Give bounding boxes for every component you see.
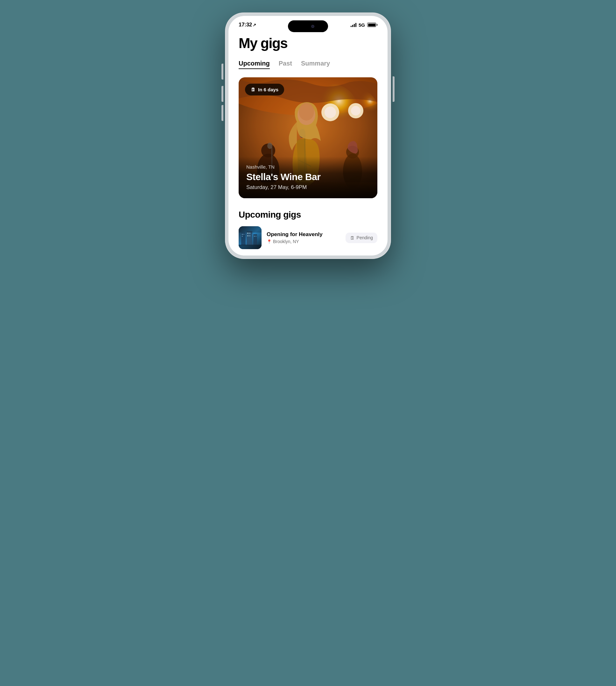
hero-card[interactable]: 🗓 In 6 days Nashville, TN Stella's Wine …	[239, 77, 377, 198]
app-content: My gigs Upcoming Past Summary	[228, 30, 388, 256]
gig-status-text: Pending	[357, 235, 373, 240]
svg-rect-30	[249, 233, 250, 234]
dynamic-island	[288, 20, 328, 32]
signal-bar-4	[355, 23, 356, 27]
hero-badge-text: In 6 days	[258, 87, 279, 92]
gig-thumbnail-image	[239, 226, 262, 249]
gig-thumbnail	[239, 226, 262, 249]
camera-dot	[311, 25, 314, 28]
battery-indicator	[367, 23, 377, 27]
status-calendar-icon: 🗓	[350, 235, 355, 241]
phone-screen: 17:32↗ 5G	[228, 16, 388, 256]
network-type: 5G	[358, 22, 365, 28]
gig-details: Opening for Heavenly 📍 Brooklyn, NY	[267, 231, 340, 244]
status-time: 17:32↗	[239, 22, 256, 28]
gig-list-item[interactable]: Opening for Heavenly 📍 Brooklyn, NY 🗓 Pe…	[239, 226, 377, 256]
signal-bars-icon	[351, 23, 356, 27]
hero-info: Nashville, TN Stella's Wine Bar Saturday…	[239, 157, 377, 198]
page-title: My gigs	[239, 36, 377, 51]
tab-upcoming[interactable]: Upcoming	[239, 60, 270, 69]
battery-body	[367, 23, 376, 27]
gig-name: Opening for Heavenly	[267, 231, 340, 238]
svg-rect-37	[239, 245, 262, 249]
hero-date: Saturday, 27 May, 6-9PM	[246, 184, 370, 191]
gig-status-badge: 🗓 Pending	[346, 233, 377, 243]
svg-rect-36	[239, 226, 262, 233]
phone-frame: 17:32↗ 5G	[225, 13, 391, 259]
location-arrow-icon: ↗	[252, 23, 256, 27]
location-pin-icon: 📍	[267, 239, 272, 244]
svg-rect-26	[243, 234, 244, 235]
signal-bar-3	[354, 24, 355, 27]
hero-badge: 🗓 In 6 days	[245, 84, 284, 95]
calendar-badge-icon: 🗓	[251, 87, 256, 92]
hero-venue: Stella's Wine Bar	[246, 172, 370, 182]
tab-bar: Upcoming Past Summary	[239, 60, 377, 69]
battery-tip	[377, 24, 377, 26]
status-bar: 17:32↗ 5G	[228, 16, 388, 30]
signal-bar-1	[351, 26, 352, 27]
hero-location: Nashville, TN	[246, 164, 370, 170]
svg-rect-33	[253, 234, 257, 245]
svg-rect-31	[247, 235, 248, 237]
gig-location: 📍 Brooklyn, NY	[267, 239, 340, 244]
gig-location-text: Brooklyn, NY	[273, 239, 299, 244]
upcoming-gigs-title: Upcoming gigs	[239, 210, 377, 220]
battery-fill	[368, 24, 375, 26]
svg-rect-25	[242, 234, 243, 235]
svg-rect-29	[247, 233, 248, 234]
signal-bar-2	[352, 25, 353, 27]
svg-rect-34	[254, 236, 255, 237]
tab-summary[interactable]: Summary	[301, 60, 330, 69]
svg-rect-32	[249, 235, 250, 237]
status-right: 5G	[351, 22, 377, 28]
svg-rect-27	[242, 236, 243, 237]
tab-past[interactable]: Past	[279, 60, 292, 69]
svg-rect-35	[256, 236, 257, 237]
